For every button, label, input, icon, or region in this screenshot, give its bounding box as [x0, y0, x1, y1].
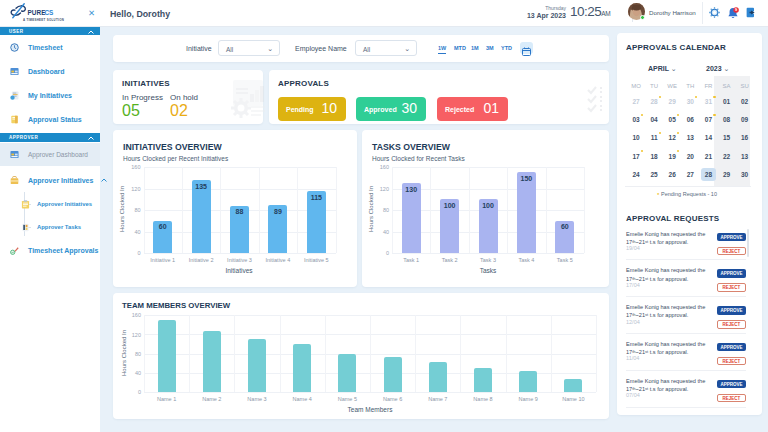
svg-text:CS: CS	[45, 9, 55, 16]
svg-text:PURE: PURE	[28, 9, 47, 16]
svg-text:9: 9	[735, 8, 737, 12]
